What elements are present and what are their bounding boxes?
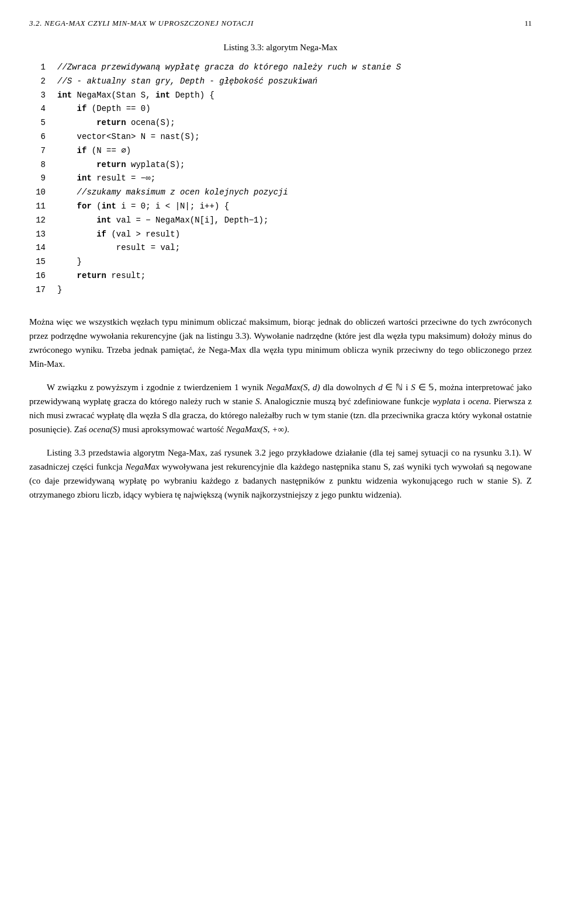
code-line-16: 16 return result;	[29, 269, 532, 283]
chapter-title: 3.2. NEGA-MAX CZYLI MIN-MAX W UPROSZCZON…	[29, 18, 254, 29]
code-content-7: if (N == ∅)	[57, 144, 131, 158]
code-content-6: vector<Stan> N = nast(S);	[57, 130, 200, 144]
code-content-2: //S - aktualny stan gry, Depth - głęboko…	[57, 75, 317, 89]
code-content-8: return wyplata(S);	[57, 158, 185, 172]
code-line-4: 4 if (Depth == 0)	[29, 102, 532, 116]
code-content-14: result = val;	[57, 241, 180, 255]
code-content-16: return result;	[57, 269, 146, 283]
line-number-6: 6	[29, 130, 46, 144]
code-line-6: 6 vector<Stan> N = nast(S);	[29, 130, 532, 144]
code-content-15: }	[57, 255, 82, 269]
line-number-1: 1	[29, 61, 46, 75]
paragraph-1: Można więc we wszystkich węzłach typu mi…	[29, 315, 532, 371]
code-line-13: 13 if (val > result)	[29, 228, 532, 242]
line-number-17: 17	[29, 283, 46, 297]
code-line-8: 8 return wyplata(S);	[29, 158, 532, 172]
line-number-8: 8	[29, 158, 46, 172]
code-block: 1 //Zwraca przewidywaną wypłatę gracza d…	[29, 61, 532, 297]
code-content-4: if (Depth == 0)	[57, 102, 151, 116]
code-content-17: }	[57, 283, 62, 297]
code-line-2: 2 //S - aktualny stan gry, Depth - głębo…	[29, 75, 532, 89]
code-content-9: int result = −∞;	[57, 172, 155, 186]
code-content-11: for (int i = 0; i < |N|; i++) {	[57, 200, 229, 214]
line-number-2: 2	[29, 75, 46, 89]
line-number-12: 12	[29, 214, 46, 228]
code-line-12: 12 int val = − NegaMax(N[i], Depth−1);	[29, 214, 532, 228]
code-line-15: 15 }	[29, 255, 532, 269]
paragraph-3: Listing 3.3 przedstawia algorytm Nega-Ma…	[29, 446, 532, 502]
code-line-17: 17 }	[29, 283, 532, 297]
page-number: 11	[524, 18, 532, 29]
code-content-10: //szukamy maksimum z ocen kolejnych pozy…	[57, 186, 288, 200]
listing-title: Listing 3.3: algorytm Nega-Max	[29, 41, 532, 54]
code-line-3: 3 int NegaMax(Stan S, int Depth) {	[29, 89, 532, 103]
code-content-1: //Zwraca przewidywaną wypłatę gracza do …	[57, 61, 401, 75]
page-header: 3.2. NEGA-MAX CZYLI MIN-MAX W UPROSZCZON…	[29, 18, 532, 29]
line-number-10: 10	[29, 186, 46, 200]
code-line-14: 14 result = val;	[29, 241, 532, 255]
code-line-11: 11 for (int i = 0; i < |N|; i++) {	[29, 200, 532, 214]
line-number-3: 3	[29, 89, 46, 103]
line-number-5: 5	[29, 116, 46, 130]
line-number-7: 7	[29, 144, 46, 158]
paragraph-2: W związku z powyższym i zgodnie z twierd…	[29, 380, 532, 436]
line-number-11: 11	[29, 200, 46, 214]
line-number-15: 15	[29, 255, 46, 269]
code-line-7: 7 if (N == ∅)	[29, 144, 532, 158]
line-number-4: 4	[29, 102, 46, 116]
code-content-12: int val = − NegaMax(N[i], Depth−1);	[57, 214, 268, 228]
code-line-5: 5 return ocena(S);	[29, 116, 532, 130]
line-number-13: 13	[29, 228, 46, 242]
line-number-9: 9	[29, 172, 46, 186]
code-content-13: if (val > result)	[57, 228, 180, 242]
code-content-5: return ocena(S);	[57, 116, 175, 130]
code-line-10: 10 //szukamy maksimum z ocen kolejnych p…	[29, 186, 532, 200]
code-line-9: 9 int result = −∞;	[29, 172, 532, 186]
code-content-3: int NegaMax(Stan S, int Depth) {	[57, 89, 214, 103]
line-number-14: 14	[29, 241, 46, 255]
line-number-16: 16	[29, 269, 46, 283]
code-line-1: 1 //Zwraca przewidywaną wypłatę gracza d…	[29, 61, 532, 75]
